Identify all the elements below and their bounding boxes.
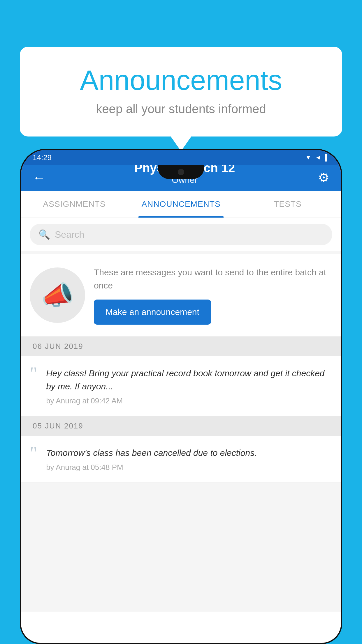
date-separator-2: 05 JUN 2019 (21, 416, 341, 436)
bubble-subtitle: keep all your students informed (43, 102, 319, 116)
date-separator-1: 06 JUN 2019 (21, 337, 341, 356)
tab-announcements[interactable]: ANNOUNCEMENTS (128, 191, 234, 218)
quote-icon-2: " (30, 444, 37, 463)
phone-frame: 14:29 ▼ ◄ ▌ ← Physics Batch 12 Owner ⚙ (20, 149, 342, 644)
quote-icon-1: " (30, 364, 37, 383)
announcement-body-2: Tomorrow's class has been cancelled due … (46, 446, 332, 459)
announcement-meta-2: by Anurag at 05:48 PM (46, 463, 332, 472)
announcement-meta-1: by Anurag at 09:42 AM (46, 396, 332, 405)
make-announcement-button[interactable]: Make an announcement (94, 300, 211, 325)
settings-button[interactable]: ⚙ (318, 170, 329, 185)
tabs-bar: ASSIGNMENTS ANNOUNCEMENTS TESTS (21, 191, 341, 218)
megaphone-circle: 📣 (30, 267, 85, 323)
phone-content: 🔍 Search 📣 These are messages you want t… (21, 218, 341, 612)
phone-notch (158, 165, 204, 179)
announcement-text-2: Tomorrow's class has been cancelled due … (46, 446, 332, 472)
announcement-intro: 📣 These are messages you want to send to… (21, 254, 341, 337)
intro-description: These are messages you want to send to t… (94, 266, 332, 292)
intro-right: These are messages you want to send to t… (94, 266, 332, 325)
battery-icon: ▌ (325, 154, 329, 161)
search-container: 🔍 Search (21, 218, 341, 251)
phone-screen: 14:29 ▼ ◄ ▌ ← Physics Batch 12 Owner ⚙ (21, 150, 341, 643)
speech-bubble-container: Announcements keep all your students inf… (20, 47, 342, 136)
search-placeholder: Search (55, 229, 84, 240)
tab-tests[interactable]: TESTS (234, 191, 341, 218)
announcement-body-1: Hey class! Bring your practical record b… (46, 367, 332, 393)
signal-icon: ◄ (315, 154, 321, 161)
wifi-icon: ▼ (305, 154, 312, 161)
tab-assignments[interactable]: ASSIGNMENTS (21, 191, 128, 218)
back-arrow-icon[interactable]: ← (33, 170, 45, 185)
front-camera (178, 169, 184, 175)
status-time: 14:29 (33, 153, 52, 162)
announcement-text-1: Hey class! Bring your practical record b… (46, 367, 332, 405)
speech-bubble: Announcements keep all your students inf… (20, 47, 342, 136)
search-bar[interactable]: 🔍 Search (30, 224, 332, 245)
megaphone-icon: 📣 (41, 280, 74, 311)
settings-icon: ⚙ (318, 170, 329, 185)
announcement-item-1[interactable]: " Hey class! Bring your practical record… (21, 356, 341, 416)
bubble-title: Announcements (43, 64, 319, 96)
status-icons: ▼ ◄ ▌ (305, 154, 329, 161)
search-icon: 🔍 (38, 229, 50, 240)
announcement-item-2[interactable]: " Tomorrow's class has been cancelled du… (21, 436, 341, 483)
status-bar: 14:29 ▼ ◄ ▌ (21, 150, 341, 165)
header-back[interactable]: ← (33, 170, 51, 185)
